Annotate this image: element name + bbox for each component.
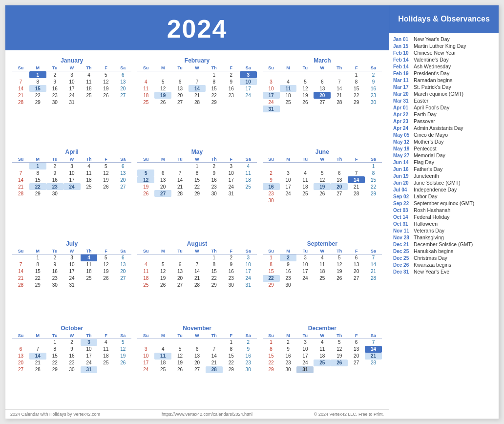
calendar-day: 26 bbox=[114, 360, 131, 366]
calendar-day: 22 bbox=[29, 92, 46, 99]
calendar-day bbox=[154, 254, 171, 261]
calendar-day: 18 bbox=[81, 85, 98, 92]
holiday-row: Apr 22Earth Day bbox=[393, 111, 495, 117]
holiday-row: Jun 14Flag Day bbox=[393, 159, 495, 165]
holiday-date: May 12 bbox=[393, 139, 414, 145]
calendar-day bbox=[81, 282, 98, 289]
calendar-day: 12 bbox=[154, 268, 171, 275]
calendar-day: 19 bbox=[97, 85, 114, 92]
calendar-day: 10 bbox=[240, 78, 257, 85]
calendar-day: 7 bbox=[12, 170, 29, 176]
calendar-day: 23 bbox=[46, 275, 63, 282]
calendar-day: 6 bbox=[348, 254, 365, 261]
holiday-row: Jun 20June Solstice (GMT) bbox=[393, 180, 495, 186]
calendar-day: 8 bbox=[29, 78, 46, 85]
holiday-name: Earth Day bbox=[414, 111, 437, 117]
calendar-day: 9 bbox=[280, 261, 297, 268]
calendar-day: 18 bbox=[280, 92, 297, 99]
day-header: Su bbox=[12, 248, 29, 254]
day-header: Th bbox=[331, 248, 348, 254]
day-header: F bbox=[348, 248, 365, 254]
holiday-name: Father's Day bbox=[414, 166, 442, 172]
calendar-day: 21 bbox=[12, 183, 29, 190]
calendar-day: 9 bbox=[263, 176, 280, 183]
holiday-row: Sep 02Labor Day bbox=[393, 193, 495, 199]
day-header: Su bbox=[263, 65, 280, 71]
holiday-name: Kwanzaa begins bbox=[414, 262, 451, 268]
calendar-day: 25 bbox=[280, 99, 297, 106]
holiday-row: May 19Pentecost bbox=[393, 146, 495, 151]
day-header: W bbox=[314, 333, 331, 339]
calendar-day: 31 bbox=[296, 366, 314, 373]
calendar-day: 31 bbox=[240, 282, 257, 289]
holiday-name: Veterans Day bbox=[414, 228, 444, 233]
holiday-row: May 12Mother's Day bbox=[393, 139, 495, 145]
calendar-day: 27 bbox=[114, 92, 131, 99]
sidebar-title: Holidays & Observances bbox=[398, 15, 490, 23]
month-title: February bbox=[137, 57, 256, 64]
calendar-day bbox=[331, 366, 348, 373]
calendar-day: 17 bbox=[63, 176, 81, 183]
holiday-row: Feb 10Chinese New Year bbox=[393, 50, 495, 56]
day-header: W bbox=[63, 333, 81, 339]
calendar-day: 13 bbox=[114, 261, 131, 268]
holiday-name: Valentine's Day bbox=[414, 57, 449, 63]
calendar-day: 21 bbox=[206, 360, 223, 366]
calendar-day: 28 bbox=[12, 282, 29, 289]
calendar-day: 18 bbox=[137, 275, 154, 282]
day-header: Tu bbox=[171, 156, 189, 163]
calendar-day: 28 bbox=[331, 99, 348, 106]
main-container: 2024 JanuarySuMTuWThFSa12345678910111213… bbox=[5, 5, 499, 419]
calendar-day: 10 bbox=[63, 261, 81, 268]
day-header: Tu bbox=[46, 156, 63, 163]
day-header: F bbox=[348, 65, 365, 71]
calendar-day bbox=[154, 71, 171, 79]
holiday-name: Easter bbox=[414, 98, 428, 104]
calendar-day: 24 bbox=[240, 275, 257, 282]
holiday-name: New Year's Day bbox=[414, 36, 450, 42]
calendar-day: 12 bbox=[114, 346, 131, 353]
holiday-name: Mother's Day bbox=[414, 139, 444, 145]
calendar-day: 29 bbox=[263, 282, 280, 289]
calendar-day bbox=[296, 106, 314, 112]
calendar-day: 23 bbox=[223, 92, 240, 99]
day-header: Sa bbox=[240, 333, 257, 339]
month-title: June bbox=[263, 148, 382, 155]
day-header: Tu bbox=[46, 248, 63, 254]
holiday-name: March equinox (GMT) bbox=[414, 91, 463, 97]
day-header: Tu bbox=[171, 248, 189, 254]
calendar-day: 29 bbox=[206, 282, 223, 289]
day-header: Sa bbox=[114, 65, 131, 71]
calendar-day: 8 bbox=[206, 261, 223, 268]
calendar-day: 26 bbox=[97, 275, 114, 282]
sidebar: Holidays & Observances Jan 01New Year's … bbox=[389, 5, 499, 419]
calendar-day: 17 bbox=[263, 92, 280, 99]
calendar-day: 3 bbox=[240, 254, 257, 261]
calendar-day: 1 bbox=[46, 339, 63, 346]
calendar-day: 25 bbox=[81, 183, 98, 190]
holiday-name: December Solstice (GMT) bbox=[414, 241, 473, 247]
calendar-day bbox=[12, 71, 29, 79]
day-header: M bbox=[154, 248, 171, 254]
holiday-date: Dec 25 bbox=[393, 249, 414, 254]
calendar-day bbox=[296, 197, 314, 204]
calendar-day: 19 bbox=[296, 92, 314, 99]
calendar-day: 23 bbox=[240, 360, 257, 366]
month-block-december: DecemberSuMTuWThFSa123456789101112131415… bbox=[260, 323, 385, 407]
calendar-day: 23 bbox=[206, 183, 223, 190]
calendar-day: 11 bbox=[280, 85, 297, 92]
calendar-day: 18 bbox=[81, 176, 98, 183]
calendar-day: 12 bbox=[97, 170, 114, 176]
calendar-day: 6 bbox=[171, 78, 189, 85]
day-header: M bbox=[154, 156, 171, 163]
holiday-date: Mar 20 bbox=[393, 91, 414, 97]
calendar-day: 4 bbox=[81, 254, 98, 261]
calendar-day: 30 bbox=[46, 190, 63, 197]
day-header: Tu bbox=[296, 156, 314, 163]
holiday-row: Feb 19President's Day bbox=[393, 70, 495, 76]
calendar-day: 2 bbox=[46, 254, 63, 261]
holiday-name: Cinco de Mayo bbox=[414, 132, 448, 138]
calendar-day: 12 bbox=[137, 176, 154, 183]
holiday-date: Jan 01 bbox=[393, 37, 414, 42]
calendar-day: 17 bbox=[240, 268, 257, 275]
